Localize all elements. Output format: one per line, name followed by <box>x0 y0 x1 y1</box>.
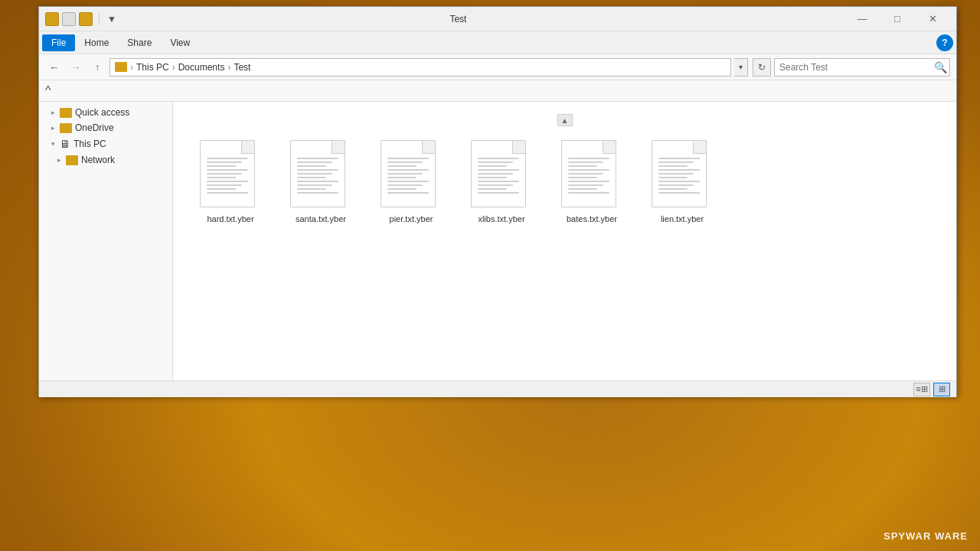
watermark-suffix: WARE <box>935 530 968 542</box>
main-content: ▸ Quick access ▸ OneDrive ▾ 🖥 This PC ▸ … <box>39 102 956 380</box>
ribbon-toggle[interactable]: ^ <box>45 84 51 98</box>
doc-line <box>478 188 507 190</box>
sidebar-item-thispc[interactable]: ▾ 🖥 This PC <box>39 135 172 152</box>
doc-line <box>387 173 423 174</box>
doc-line <box>658 161 694 163</box>
file-icon <box>561 140 622 209</box>
close-button[interactable]: ✕ <box>915 7 950 31</box>
file-item[interactable]: lien.txt.yber <box>640 134 724 230</box>
expand-icon: ▸ <box>51 109 55 116</box>
doc-line <box>387 188 416 190</box>
doc-line <box>387 161 423 163</box>
doc-line <box>297 158 338 159</box>
minimize-button[interactable]: — <box>844 7 880 31</box>
doc-line <box>568 181 609 182</box>
doc-line <box>297 184 332 186</box>
address-dropdown[interactable]: ▾ <box>734 58 748 77</box>
sidebar-item-label: Quick access <box>75 107 129 118</box>
doc-line <box>387 184 423 186</box>
doc-line <box>478 169 519 171</box>
doc-line <box>658 165 688 167</box>
doc-line <box>387 169 429 171</box>
doc-line <box>387 181 429 182</box>
doc-lines <box>658 158 700 194</box>
file-name: xlibs.txt.yber <box>478 214 524 224</box>
doc-lines <box>387 158 429 194</box>
file-name: hard.txt.yber <box>207 214 253 224</box>
doc-line <box>207 165 236 167</box>
files-grid: hard.txt.ybersanta.txt.yberpier.txt.yber… <box>182 128 947 236</box>
path-sep1: › <box>130 62 133 73</box>
file-name: pier.txt.yber <box>390 214 433 224</box>
doc-line <box>568 169 609 171</box>
document-icon <box>290 140 345 207</box>
view-list-button[interactable]: ≡⊞ <box>913 383 930 396</box>
thispc-icon: 🖥 <box>60 138 70 150</box>
doc-line <box>658 169 700 171</box>
folder-icon <box>45 12 59 26</box>
sidebar-folder-icon <box>60 108 72 118</box>
doc-line <box>658 192 700 194</box>
title-bar: ▼ Test — □ ✕ <box>39 7 956 31</box>
doc-line <box>297 173 332 174</box>
doc-line <box>568 177 597 178</box>
menu-item-view[interactable]: View <box>161 34 199 51</box>
scroll-up-button[interactable]: ▲ <box>557 114 573 126</box>
doc-line <box>297 169 338 171</box>
document-icon <box>471 140 526 207</box>
document-icon <box>652 140 707 207</box>
doc-line <box>387 177 416 178</box>
sidebar-item-label4: Network <box>81 155 115 165</box>
file-icon <box>290 140 351 209</box>
sidebar-item-onedrive[interactable]: ▸ OneDrive <box>39 120 172 135</box>
back-button[interactable]: ← <box>45 58 64 77</box>
address-path[interactable]: › This PC › Documents › Test <box>109 58 731 77</box>
search-box: 🔍 <box>774 58 950 77</box>
window-title: Test <box>72 14 844 24</box>
path-sep2: › <box>172 62 175 73</box>
sidebar-item-label3: This PC <box>74 139 106 149</box>
address-bar: ← → ↑ › This PC › Documents › Test ▾ ↻ 🔍 <box>39 54 956 80</box>
menu-item-share[interactable]: Share <box>118 34 161 51</box>
doc-line <box>297 188 326 190</box>
document-icon <box>561 140 616 207</box>
doc-line <box>207 173 242 174</box>
doc-line <box>568 188 597 190</box>
sidebar-item-quickaccess[interactable]: ▸ Quick access <box>39 105 172 120</box>
path-documents: Documents <box>178 62 225 73</box>
up-button[interactable]: ↑ <box>88 58 106 77</box>
doc-line <box>568 184 603 186</box>
path-this-pc: This PC <box>136 62 169 73</box>
sidebar: ▸ Quick access ▸ OneDrive ▾ 🖥 This PC ▸ … <box>39 102 173 380</box>
file-item[interactable]: pier.txt.yber <box>369 134 453 230</box>
search-input[interactable] <box>775 62 931 73</box>
file-name: lien.txt.yber <box>661 214 704 224</box>
menu-item-file[interactable]: File <box>42 34 75 51</box>
doc-line <box>568 165 597 167</box>
help-button[interactable]: ? <box>936 34 953 51</box>
maximize-button[interactable]: □ <box>880 7 915 31</box>
file-item[interactable]: hard.txt.yber <box>188 134 273 230</box>
doc-line <box>478 173 513 174</box>
doc-lines <box>207 158 248 194</box>
doc-line <box>387 165 416 167</box>
forward-button[interactable]: → <box>67 58 85 77</box>
document-icon <box>200 140 255 207</box>
doc-lines <box>297 158 338 194</box>
window-controls: — □ ✕ <box>844 7 950 31</box>
file-icon <box>381 140 442 209</box>
doc-line <box>478 181 519 182</box>
expand-icon3: ▾ <box>51 140 55 148</box>
doc-line <box>568 192 609 194</box>
file-item[interactable]: bates.txt.yber <box>550 134 634 230</box>
refresh-button[interactable]: ↻ <box>753 58 771 77</box>
sidebar-item-network[interactable]: ▸ Network <box>39 152 172 168</box>
file-item[interactable]: santa.txt.yber <box>279 134 363 230</box>
menu-item-home[interactable]: Home <box>75 34 118 51</box>
view-large-button[interactable]: ⊞ <box>933 383 950 396</box>
file-item[interactable]: xlibs.txt.yber <box>459 134 544 230</box>
doc-line <box>297 177 326 178</box>
doc-line <box>568 161 603 163</box>
status-bar: ≡⊞ ⊞ <box>39 380 956 397</box>
search-button[interactable]: 🔍 <box>931 59 949 76</box>
